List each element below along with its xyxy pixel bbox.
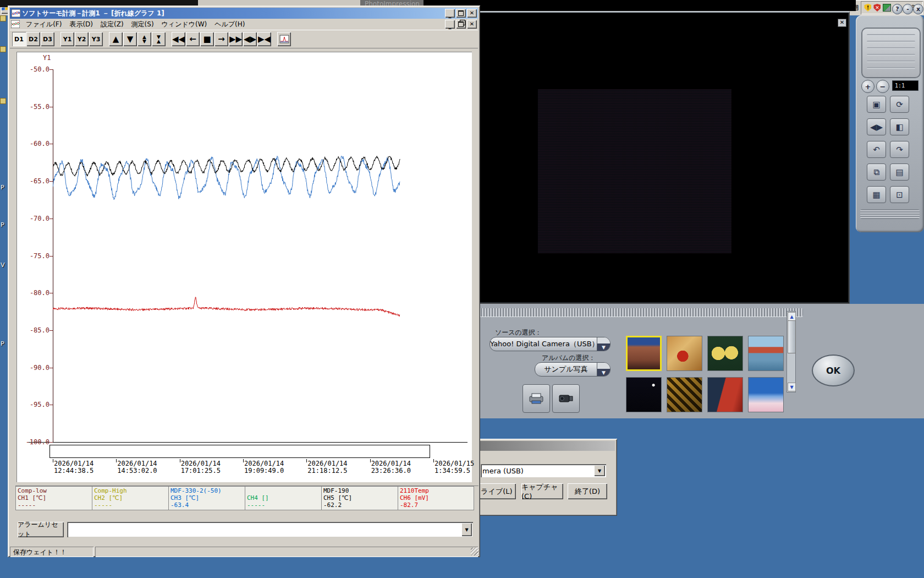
compress-vertical-icon[interactable]: ▼▲ bbox=[152, 32, 166, 46]
chevron-down-icon[interactable]: ▼ bbox=[597, 337, 610, 351]
menu-z[interactable]: 設定(Z) bbox=[97, 19, 128, 30]
toolbar-button-y2[interactable]: Y2 bbox=[75, 32, 89, 46]
legend-cell-ch1: Comp-lowCH1 [℃]----- bbox=[15, 486, 92, 510]
page-icon[interactable]: ▤ bbox=[890, 163, 909, 181]
copy-icon[interactable]: ⧉ bbox=[867, 163, 886, 181]
thumbnail-harbor-boats[interactable] bbox=[748, 336, 784, 371]
thumbnail-red-rock-spires[interactable] bbox=[626, 336, 662, 371]
thumbnail-cardinal-bird[interactable] bbox=[667, 336, 702, 371]
series-ch5-mdf-190 bbox=[53, 156, 400, 177]
thumbnail-gold-weave[interactable] bbox=[667, 377, 702, 412]
thumbnail-night-sky[interactable] bbox=[626, 377, 662, 412]
desktop-icon-label[interactable]: V bbox=[1, 261, 5, 269]
error-shield-icon[interactable]: ✕ bbox=[873, 4, 881, 12]
fast-forward-icon[interactable]: ▶▶ bbox=[229, 32, 243, 46]
status-message: 保存ウェイト！！ bbox=[10, 547, 94, 557]
x-tick-label: 2026/01/1412:44:38.5 bbox=[54, 460, 94, 475]
scroll-up-icon[interactable]: ▲ bbox=[109, 32, 123, 46]
capture-dialog-titlebar[interactable] bbox=[479, 441, 615, 451]
warning-shield-icon[interactable]: ! bbox=[864, 4, 871, 12]
thumbnail-scrollbar[interactable]: ▲ ▼ bbox=[787, 311, 796, 392]
close-icon[interactable]: ✕ bbox=[467, 9, 477, 18]
menu-d[interactable]: 表示(D) bbox=[65, 19, 97, 30]
fit-screen-icon[interactable]: ▣ bbox=[867, 96, 886, 113]
print-icon[interactable]: ▦ bbox=[867, 186, 886, 203]
x-tick-mark bbox=[370, 459, 371, 462]
restore-icon[interactable] bbox=[456, 20, 466, 29]
minimize-icon[interactable]: - bbox=[903, 4, 913, 14]
thumbnail-ship-bow[interactable] bbox=[707, 377, 743, 412]
scanner-source-button[interactable] bbox=[522, 384, 550, 413]
menu-f[interactable]: ファイル(F) bbox=[22, 19, 65, 30]
zoom-in-icon[interactable]: + bbox=[861, 80, 875, 93]
camcorder-source-button[interactable] bbox=[552, 384, 580, 413]
resize-grip[interactable] bbox=[471, 548, 479, 555]
flip-horizontal-icon[interactable]: ◀▶ bbox=[867, 118, 886, 135]
capture-source-dropdown[interactable]: mera (USB) ▼ bbox=[481, 464, 606, 477]
legend-cell-ch6: 2110TempCH6 [mV]-82.7 bbox=[398, 486, 474, 510]
toolbar-button-y3[interactable]: Y3 bbox=[89, 32, 103, 46]
rotate-icon[interactable]: ⟳ bbox=[890, 96, 909, 113]
step-forward-icon[interactable]: → bbox=[215, 32, 228, 46]
frame-icon[interactable]: ⊡ bbox=[890, 186, 909, 203]
toolbar-button-d2[interactable]: D2 bbox=[26, 32, 40, 46]
menu-s[interactable]: 測定(S) bbox=[128, 19, 158, 30]
thumbnail-sky-clouds[interactable] bbox=[748, 377, 784, 412]
compress-horizontal-icon[interactable]: ▶◀ bbox=[257, 32, 271, 46]
alarm-reset-button[interactable]: アラームリセット bbox=[18, 522, 64, 537]
desktop-icon-fragment[interactable] bbox=[0, 46, 6, 52]
zoom-out-icon[interactable]: − bbox=[876, 80, 889, 93]
album-select-dropdown[interactable]: サンプル写真 ▼ bbox=[535, 362, 610, 377]
fast-back-icon[interactable]: ◀◀ bbox=[172, 32, 185, 46]
toolbar-button-d1[interactable]: D1 bbox=[12, 32, 26, 46]
minimize-icon[interactable]: _ bbox=[445, 9, 455, 18]
photoimpression-title-strip bbox=[424, 0, 856, 11]
graph-view-icon[interactable] bbox=[277, 32, 291, 46]
y-tick-label: -50.0 bbox=[21, 66, 50, 73]
help-icon[interactable]: ? bbox=[892, 4, 903, 14]
desktop-icon-label[interactable]: P bbox=[1, 184, 4, 191]
desktop-icon-label[interactable]: P bbox=[1, 340, 4, 347]
desktop-icon-fragment[interactable] bbox=[0, 98, 6, 104]
minimize-icon[interactable]: _ bbox=[445, 20, 455, 29]
range-indicator-box[interactable] bbox=[50, 445, 430, 458]
app-icon bbox=[12, 9, 20, 17]
menu-h[interactable]: ヘルプ(H) bbox=[211, 19, 249, 30]
desktop-icon-label[interactable]: P bbox=[1, 221, 4, 228]
undo-icon[interactable]: ↶ bbox=[867, 141, 886, 158]
toolbar-button-y1[interactable]: Y1 bbox=[61, 32, 74, 46]
thumbnail-yellow-flowers[interactable] bbox=[707, 336, 743, 371]
device-icon[interactable] bbox=[883, 4, 891, 12]
chevron-down-icon[interactable]: ▼ bbox=[597, 363, 610, 376]
step-back-icon[interactable]: ← bbox=[186, 32, 200, 46]
status-cell-empty bbox=[95, 547, 478, 557]
stop-icon[interactable]: ■ bbox=[200, 32, 214, 46]
dialog-button-exit[interactable]: 終了(D) bbox=[568, 483, 607, 499]
close-icon[interactable]: x bbox=[913, 4, 923, 14]
scroll-down-icon[interactable]: ▼ bbox=[123, 32, 137, 46]
scroll-up-icon[interactable]: ▲ bbox=[788, 312, 796, 321]
maximize-icon[interactable] bbox=[456, 9, 466, 18]
mirror-page-icon[interactable]: ◧ bbox=[890, 118, 909, 135]
preview-close-icon[interactable]: ✕ bbox=[838, 19, 846, 27]
status-bar: 保存ウェイト！！ bbox=[10, 545, 478, 557]
ok-button[interactable]: OK bbox=[812, 355, 855, 386]
mdi-child-icon[interactable] bbox=[11, 20, 20, 28]
ridge-divider bbox=[459, 308, 803, 317]
expand-vertical-icon[interactable]: ▲▼ bbox=[138, 32, 151, 46]
close-icon[interactable]: ✕ bbox=[467, 20, 477, 29]
chevron-down-icon[interactable]: ▼ bbox=[461, 523, 472, 536]
thermo-titlebar[interactable]: ソフトサーモ計測－計測1 － [折れ線グラフ 1] _✕ bbox=[10, 8, 478, 19]
expand-horizontal-icon[interactable]: ◀▶ bbox=[243, 32, 257, 46]
dialog-button-capture[interactable]: キャプチャ(C) bbox=[521, 483, 563, 499]
scrollbar-thumb[interactable] bbox=[788, 320, 796, 353]
source-select-dropdown[interactable]: Yahoo! Digital Camera（USB） ▼ bbox=[490, 337, 610, 351]
toolbar-button-d3[interactable]: D3 bbox=[41, 32, 54, 46]
dialog-button-drive[interactable]: ライブ(L) bbox=[477, 483, 516, 499]
menu-w[interactable]: ウィンドウ(W) bbox=[158, 19, 211, 30]
redo-icon[interactable]: ↷ bbox=[890, 141, 909, 158]
alarm-combo-box[interactable]: ▼ bbox=[67, 522, 473, 537]
scroll-down-icon[interactable]: ▼ bbox=[788, 383, 796, 391]
chevron-down-icon[interactable]: ▼ bbox=[594, 465, 605, 476]
desktop-icon-fragment[interactable] bbox=[0, 15, 6, 21]
